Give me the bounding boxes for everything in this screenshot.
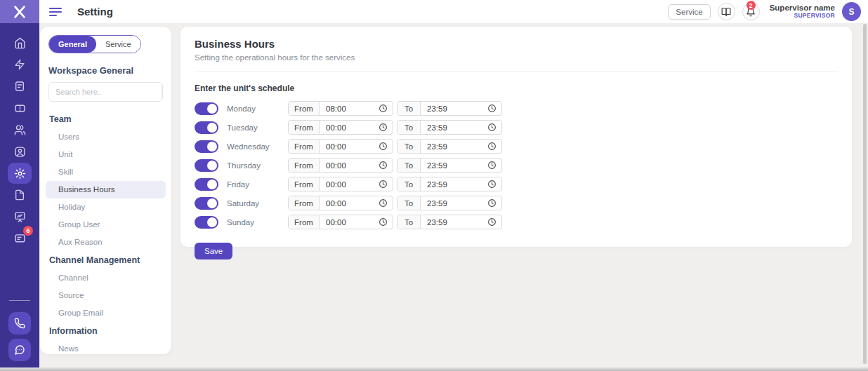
schedule-row-friday: Friday From 00:00 To 23:59 [180, 175, 852, 194]
to-time-field[interactable]: To 23:59 [397, 177, 502, 191]
clock-icon[interactable] [379, 196, 393, 210]
clock-icon[interactable] [487, 158, 501, 172]
from-time-field[interactable]: From 08:00 [288, 101, 393, 116]
sidebar-item-group-email[interactable]: Group Email [46, 304, 166, 322]
tab-service[interactable]: Service [96, 36, 140, 53]
clock-icon[interactable] [379, 158, 393, 172]
from-label: From [289, 177, 320, 191]
user-role: SUPERVISOR [770, 13, 835, 20]
clock-icon[interactable] [379, 140, 393, 153]
clock-icon[interactable] [379, 177, 393, 191]
from-label: From [289, 121, 320, 134]
users-icon[interactable] [8, 119, 32, 140]
clock-icon[interactable] [487, 196, 501, 210]
chat-icon[interactable] [8, 339, 31, 361]
home-icon[interactable] [8, 32, 32, 53]
sidebar-item-holiday[interactable]: Holiday [46, 198, 166, 216]
search-input[interactable] [49, 83, 162, 101]
day-label: Friday [227, 180, 288, 189]
sidebar-item-skill[interactable]: Skill [46, 163, 166, 181]
from-time-field[interactable]: From 00:00 [288, 196, 393, 210]
clock-icon[interactable] [379, 121, 393, 134]
from-time-field[interactable]: From 00:00 [288, 215, 393, 229]
service-button[interactable]: Service [668, 4, 710, 20]
to-label: To [397, 140, 421, 153]
menu-icon[interactable] [49, 8, 62, 16]
schedule-row-monday: Monday From 08:00 To 23:59 [180, 99, 852, 118]
knowledge-book-button[interactable] [718, 3, 735, 20]
to-time-field[interactable]: To 23:59 [397, 139, 502, 154]
sidebar-item-unit[interactable]: Unit [46, 146, 166, 163]
sidebar-item-channel[interactable]: Channel [46, 269, 166, 287]
to-label: To [397, 102, 421, 115]
ticket-icon[interactable] [8, 97, 32, 119]
messages-icon[interactable]: 6 [8, 228, 32, 249]
tab-general[interactable]: General [49, 36, 96, 53]
from-value: 00:00 [320, 177, 379, 191]
day-toggle[interactable] [195, 197, 218, 210]
to-label: To [397, 158, 421, 172]
sidebar-item-users[interactable]: Users [46, 128, 166, 146]
avatar[interactable]: S [842, 2, 861, 21]
from-time-field[interactable]: From 00:00 [288, 139, 393, 154]
to-time-field[interactable]: To 23:59 [397, 120, 502, 135]
user-info: Supervisor name SUPERVISOR [770, 4, 835, 20]
from-time-field[interactable]: From 00:00 [288, 158, 393, 173]
to-time-field[interactable]: To 23:59 [397, 101, 502, 116]
app-logo[interactable] [0, 0, 39, 23]
to-time-field[interactable]: To 23:59 [397, 158, 502, 173]
phone-icon[interactable] [8, 312, 31, 335]
clock-icon[interactable] [487, 215, 501, 229]
sidebar-nav: Team Users Unit Skill Business Hours Hol… [40, 110, 171, 354]
dashboard-icon[interactable] [8, 206, 32, 227]
document-icon[interactable] [8, 184, 32, 205]
nav-section-information: Information [46, 322, 166, 340]
day-toggle[interactable] [195, 121, 218, 134]
notification-bell-button[interactable]: 2 [742, 3, 760, 20]
day-label: Tuesday [227, 123, 288, 132]
day-toggle[interactable] [195, 140, 218, 153]
sidebar-item-source[interactable]: Source [46, 287, 166, 304]
clock-icon[interactable] [487, 102, 501, 115]
sidebar-item-aux-reason[interactable]: Aux Reason [46, 234, 166, 251]
messages-badge: 6 [23, 226, 33, 236]
to-time-field[interactable]: To 23:59 [397, 196, 502, 210]
sidebar-heading: Workspace General [48, 65, 163, 76]
clock-icon[interactable] [487, 177, 501, 191]
day-toggle[interactable] [195, 216, 218, 229]
from-time-field[interactable]: From 00:00 [288, 177, 393, 191]
day-toggle[interactable] [195, 178, 218, 191]
clock-icon[interactable] [487, 121, 501, 134]
vertical-scrollbar[interactable] [863, 24, 867, 364]
nav-section-channel-management: Channel Management [46, 251, 166, 269]
clock-icon[interactable] [487, 140, 501, 153]
from-time-field[interactable]: From 00:00 [288, 120, 393, 135]
search-icon[interactable] [162, 83, 163, 101]
top-header: Setting Service 2 Supervisor name SUPERV… [39, 0, 868, 23]
from-label: From [289, 140, 320, 153]
sidebar-item-business-hours[interactable]: Business Hours [46, 181, 166, 198]
schedule-row-tuesday: Tuesday From 00:00 To 23:59 [180, 118, 852, 137]
schedule-row-wednesday: Wednesday From 00:00 To 23:59 [180, 137, 852, 156]
bolt-icon[interactable] [8, 54, 32, 75]
report-icon[interactable] [8, 76, 32, 97]
clock-icon[interactable] [379, 102, 393, 115]
settings-sidebar: General Service Workspace General Team U… [40, 27, 171, 354]
schedule-label: Enter the unit's schedule [180, 72, 852, 93]
sidebar-item-news[interactable]: News [46, 340, 166, 354]
sidebar-item-group-user[interactable]: Group User [46, 216, 166, 234]
settings-icon[interactable] [8, 163, 32, 184]
from-label: From [289, 102, 320, 115]
nav-section-team: Team [46, 110, 166, 128]
to-value: 23:59 [421, 140, 487, 153]
day-toggle[interactable] [195, 102, 218, 115]
contact-icon[interactable] [8, 141, 32, 162]
to-label: To [397, 196, 421, 210]
day-toggle[interactable] [195, 159, 218, 172]
from-value: 00:00 [320, 196, 379, 210]
clock-icon[interactable] [379, 215, 393, 229]
to-value: 23:59 [421, 215, 487, 229]
save-button[interactable]: Save [195, 243, 232, 259]
to-value: 23:59 [421, 121, 487, 134]
to-time-field[interactable]: To 23:59 [397, 215, 502, 229]
